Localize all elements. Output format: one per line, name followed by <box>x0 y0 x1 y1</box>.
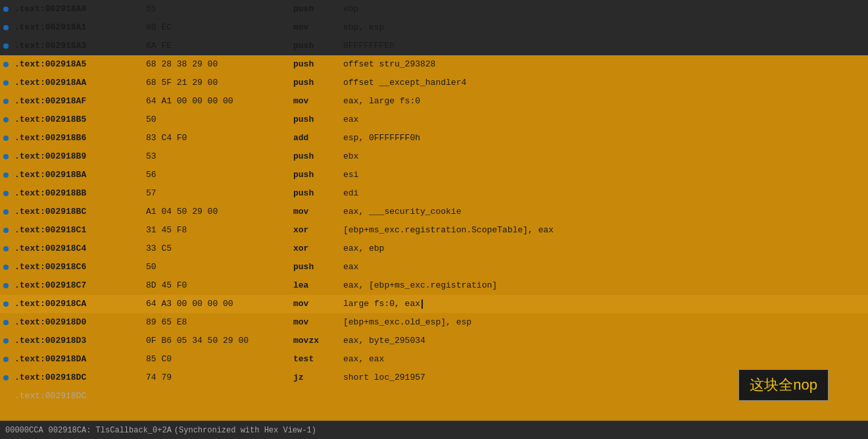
status-offset: 00000CCA <box>5 426 43 435</box>
bytes-cell: 8B EC <box>143 18 288 37</box>
table-row[interactable]: .text:002918C650pusheax <box>0 258 868 276</box>
dot-cell <box>0 18 12 37</box>
breakpoint-dot[interactable] <box>3 209 9 215</box>
operands-cell: offset __except_handler4 <box>341 74 868 92</box>
table-row[interactable]: .text:002918BCA1 04 50 29 00moveax, ___s… <box>0 203 868 221</box>
breakpoint-dot[interactable] <box>3 43 9 49</box>
bytes-cell: 55 <box>143 0 288 18</box>
operands-cell: esi <box>341 166 868 184</box>
table-row[interactable]: .text:002918C131 45 F8xor[ebp+ms_exc.reg… <box>0 221 868 240</box>
bytes-cell: 31 45 F8 <box>143 221 288 240</box>
annotation-bubble: 这块全nop <box>738 369 829 401</box>
address-cell: .text:002918BC <box>12 203 143 221</box>
breakpoint-dot[interactable] <box>3 375 9 380</box>
breakpoint-dot[interactable] <box>3 7 9 12</box>
mnemonic-cell: push <box>288 37 341 55</box>
code-area[interactable]: .text:002918A055pushebp.text:002918A18B … <box>0 0 868 421</box>
address-cell: .text:002918DA <box>12 350 143 369</box>
table-row[interactable]: .text:002918B683 C4 F0addesp, 0FFFFFFF0h <box>0 129 868 147</box>
address-cell: .text:002918A0 <box>12 0 143 18</box>
mnemonic-cell: test <box>288 350 341 369</box>
main-container: .text:002918A055pushebp.text:002918A18B … <box>0 0 868 439</box>
breakpoint-dot[interactable] <box>3 301 9 307</box>
operands-cell: ebx <box>341 147 868 166</box>
breakpoint-dot[interactable] <box>3 283 9 288</box>
dot-cell <box>0 166 12 184</box>
address-cell: .text:002918BB <box>12 184 143 203</box>
table-row[interactable]: .text:002918A055pushebp <box>0 0 868 18</box>
mnemonic-cell: mov <box>288 203 341 221</box>
mnemonic-cell: push <box>288 258 341 276</box>
address-cell: .text:002918A3 <box>12 37 143 55</box>
address-cell: .text:002918B6 <box>12 129 143 147</box>
mnemonic-cell: mov <box>288 18 341 37</box>
breakpoint-dot[interactable] <box>3 246 9 251</box>
dot-cell <box>0 313 12 332</box>
address-cell: .text:002918C1 <box>12 221 143 240</box>
table-row[interactable]: .text:002918C433 C5xoreax, ebp <box>0 240 868 258</box>
address-cell: .text:002918AF <box>12 92 143 111</box>
mnemonic-cell: push <box>288 111 341 129</box>
mnemonic-cell: mov <box>288 313 341 332</box>
dot-cell <box>0 276 12 295</box>
table-row[interactable]: .text:002918D089 65 E8mov[ebp+ms_exc.old… <box>0 313 868 332</box>
breakpoint-dot[interactable] <box>3 228 9 233</box>
bytes-cell: 85 C0 <box>143 350 288 369</box>
table-row[interactable]: .text:002918BA56pushesi <box>0 166 868 184</box>
breakpoint-dot[interactable] <box>3 99 9 104</box>
breakpoint-dot[interactable] <box>3 80 9 86</box>
mnemonic-cell: add <box>288 129 341 147</box>
table-row[interactable]: .text:002918AA68 5F 21 29 00pushoffset _… <box>0 74 868 92</box>
breakpoint-dot[interactable] <box>3 154 9 159</box>
mnemonic-cell: push <box>288 55 341 74</box>
breakpoint-dot[interactable] <box>3 25 9 30</box>
breakpoint-dot[interactable] <box>3 338 9 344</box>
dot-cell <box>0 111 12 129</box>
bytes-cell: 6A FE <box>143 37 288 55</box>
table-row[interactable]: .text:002918BB57pushedi <box>0 184 868 203</box>
breakpoint-dot[interactable] <box>3 117 9 122</box>
mnemonic-cell: xor <box>288 221 341 240</box>
operands-cell: edi <box>341 184 868 203</box>
table-row[interactable]: .text:002918C78D 45 F0leaeax, [ebp+ms_ex… <box>0 276 868 295</box>
operands-cell: offset stru_293828 <box>341 55 868 74</box>
table-row[interactable]: .text:002918DC <box>0 387 868 405</box>
breakpoint-dot[interactable] <box>3 62 9 67</box>
bytes-cell: 50 <box>143 111 288 129</box>
address-cell: .text:002918C6 <box>12 258 143 276</box>
breakpoint-dot[interactable] <box>3 265 9 270</box>
mnemonic-cell: jz <box>288 369 341 387</box>
table-row[interactable]: .text:002918B550pusheax <box>0 111 868 129</box>
table-row[interactable]: .text:002918AF64 A1 00 00 00 00moveax, l… <box>0 92 868 111</box>
dot-cell <box>0 37 12 55</box>
table-row[interactable]: .text:002918A18B ECmovebp, esp <box>0 18 868 37</box>
breakpoint-dot[interactable] <box>3 320 9 325</box>
status-bar: 00000CCA 002918CA: TlsCallback_0+2A (Syn… <box>0 421 868 439</box>
dot-cell <box>0 147 12 166</box>
operands-cell: eax, eax <box>341 350 868 369</box>
annotation-text: 这块全nop <box>750 376 817 393</box>
table-row[interactable]: .text:002918DC74 79jzshort loc_291957 <box>0 369 868 387</box>
breakpoint-dot[interactable] <box>3 172 9 178</box>
breakpoint-dot[interactable] <box>3 136 9 141</box>
address-cell: .text:002918AA <box>12 74 143 92</box>
table-row[interactable]: .text:002918DA85 C0testeax, eax <box>0 350 868 369</box>
dot-cell <box>0 74 12 92</box>
table-row[interactable]: .text:002918D30F B6 05 34 50 29 00movzxe… <box>0 332 868 350</box>
mnemonic-cell: mov <box>288 92 341 111</box>
mnemonic-cell: push <box>288 184 341 203</box>
address-cell: .text:002918D3 <box>12 332 143 350</box>
dot-cell <box>0 258 12 276</box>
table-row[interactable]: .text:002918B953pushebx <box>0 147 868 166</box>
dot-cell <box>0 129 12 147</box>
address-cell: .text:002918D0 <box>12 313 143 332</box>
dot-cell <box>0 350 12 369</box>
bytes-cell: 89 65 E8 <box>143 313 288 332</box>
bytes-cell: 68 5F 21 29 00 <box>143 74 288 92</box>
table-row[interactable]: .text:002918A36A FEpush0FFFFFFFEh <box>0 37 868 55</box>
dot-cell <box>0 221 12 240</box>
table-row[interactable]: .text:002918CA64 A3 00 00 00 00movlarge … <box>0 295 868 313</box>
table-row[interactable]: .text:002918A568 28 38 29 00pushoffset s… <box>0 55 868 74</box>
breakpoint-dot[interactable] <box>3 357 9 362</box>
breakpoint-dot[interactable] <box>3 191 9 196</box>
